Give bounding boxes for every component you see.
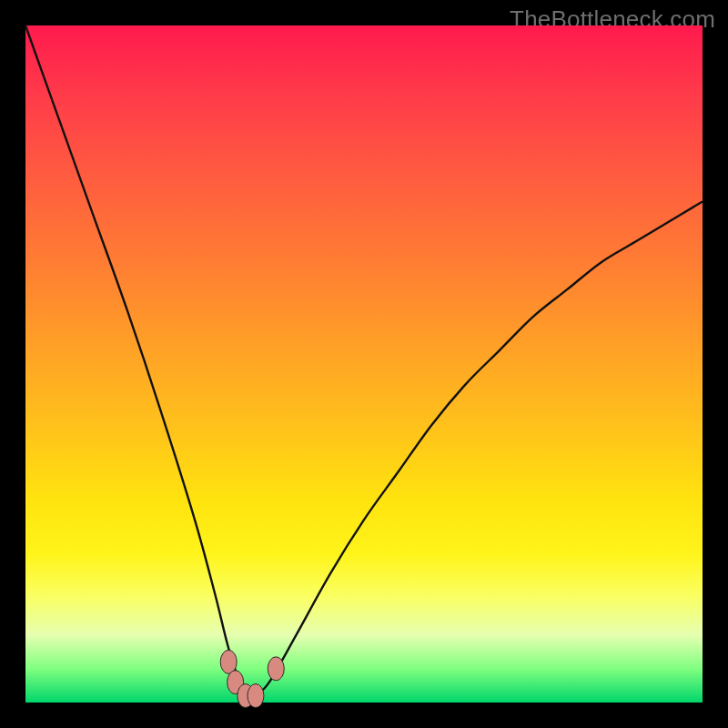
plot-area <box>25 25 703 703</box>
bottleneck-curve <box>25 25 703 703</box>
curve-marker-4 <box>268 657 284 681</box>
chart-frame: TheBottleneck.com <box>0 0 728 728</box>
curve-marker-3 <box>248 684 264 708</box>
curve-path <box>25 25 703 703</box>
